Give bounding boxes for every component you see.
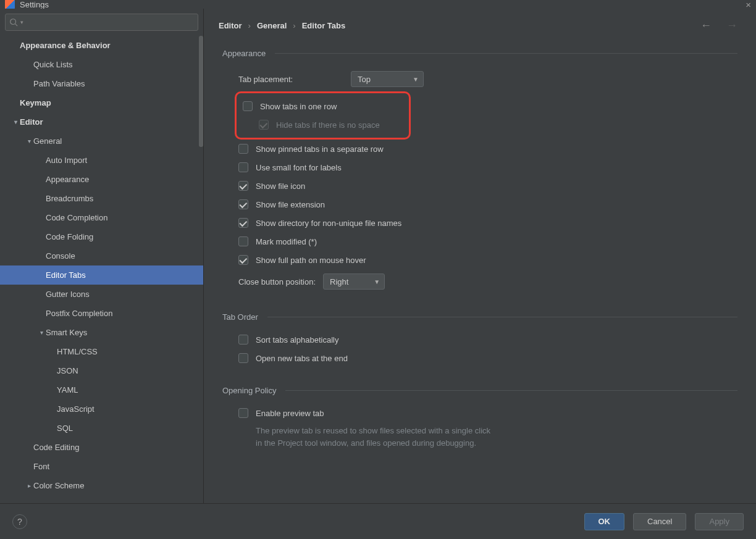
help-button[interactable]: ?	[12, 514, 27, 529]
tree-item-color-scheme[interactable]: ▸Color Scheme	[0, 476, 203, 495]
app-icon	[5, 0, 15, 9]
tree-item-general[interactable]: ▾General	[0, 132, 203, 151]
checkbox-show-full-path-hover[interactable]	[238, 255, 248, 265]
checkbox-show-pinned-separate[interactable]	[238, 144, 248, 154]
checkbox-show-directory-nonunique[interactable]	[238, 218, 248, 228]
tree-item-label: Editor	[20, 117, 43, 127]
cancel-button[interactable]: Cancel	[633, 513, 686, 530]
search-icon	[9, 18, 18, 27]
tree-item-code-folding[interactable]: Code Folding	[0, 227, 203, 246]
tree-item-console[interactable]: Console	[0, 246, 203, 265]
breadcrumb-item[interactable]: General	[257, 21, 287, 30]
tree-item-label: JavaScript	[57, 404, 94, 414]
sidebar: ▾ Appearance & BehaviorQuick ListsPath V…	[0, 9, 204, 503]
tree-item-font[interactable]: Font	[0, 457, 203, 476]
tree-item-label: Auto Import	[46, 156, 87, 165]
chevron-right-icon: ›	[248, 21, 251, 30]
tree-item-html-css[interactable]: HTML/CSS	[0, 342, 203, 361]
tree-item-auto-import[interactable]: Auto Import	[0, 151, 203, 170]
tab-placement-select[interactable]: Top	[351, 71, 424, 87]
back-button[interactable]: ←	[697, 19, 715, 32]
tree-item-label: JSON	[57, 366, 78, 375]
breadcrumb: Editor › General › Editor Tabs	[219, 21, 345, 30]
close-button-position-select[interactable]: Right	[323, 274, 385, 290]
section-opening-policy: Opening Policy	[222, 386, 737, 395]
checkbox-show-tabs-one-row[interactable]	[243, 101, 253, 111]
dialog-footer: ? OK Cancel Apply	[0, 503, 756, 539]
chevron-down-icon[interactable]: ▾	[11, 119, 20, 125]
settings-content: Appearance Tab placement: Top ▼ Show tab…	[204, 43, 756, 503]
svg-line-1	[15, 24, 18, 27]
tree-item-quick-lists[interactable]: Quick Lists	[0, 55, 203, 74]
titlebar: Settings ×	[0, 0, 756, 9]
tree-item-label: Path Variables	[33, 79, 85, 88]
tree-item-editor[interactable]: ▾Editor	[0, 112, 203, 132]
apply-button[interactable]: Apply	[695, 513, 744, 530]
checkbox-show-file-extension[interactable]	[238, 199, 248, 209]
tree-item-label: Quick Lists	[33, 60, 73, 69]
tree-item-label: YAML	[57, 385, 78, 395]
chevron-right-icon[interactable]: ▸	[25, 482, 33, 489]
preview-help-text: The preview tab is reused to show files …	[222, 422, 568, 449]
tree-item-label: Color Scheme	[33, 481, 84, 490]
checkbox-mark-modified[interactable]	[238, 236, 248, 246]
tree-item-label: Smart Keys	[46, 328, 87, 337]
tree-item-label: Code Folding	[46, 232, 93, 241]
tab-placement-label: Tab placement:	[238, 75, 343, 84]
tree-item-label: HTML/CSS	[57, 347, 98, 356]
tree-item-yaml[interactable]: YAML	[0, 380, 203, 399]
window-title: Settings	[20, 0, 49, 9]
scrollbar[interactable]	[199, 36, 203, 147]
tree-item-label: Keymap	[20, 98, 51, 107]
tree-item-path-variables[interactable]: Path Variables	[0, 74, 203, 93]
checkbox-enable-preview[interactable]	[238, 408, 248, 418]
chevron-down-icon[interactable]: ▾	[37, 329, 46, 336]
tree-item-editor-tabs[interactable]: Editor Tabs	[0, 265, 203, 285]
tree-item-label: Postfix Completion	[46, 309, 112, 318]
tree-item-keymap[interactable]: Keymap	[0, 93, 203, 112]
section-appearance: Appearance	[222, 49, 737, 58]
tree-item-appearance-behavior[interactable]: Appearance & Behavior	[0, 36, 203, 55]
section-tab-order: Tab Order	[222, 312, 737, 322]
search-field[interactable]	[26, 18, 194, 27]
ok-button[interactable]: OK	[584, 513, 625, 530]
tree-item-gutter-icons[interactable]: Gutter Icons	[0, 285, 203, 304]
tree-item-sql[interactable]: SQL	[0, 419, 203, 438]
forward-button: →	[723, 19, 741, 32]
search-input[interactable]: ▾	[5, 14, 198, 31]
checkbox-hide-tabs-no-space	[259, 120, 269, 130]
settings-tree: Appearance & BehaviorQuick ListsPath Var…	[0, 36, 203, 503]
breadcrumb-item[interactable]: Editor	[219, 21, 242, 30]
tree-item-label: Console	[46, 251, 75, 261]
tree-item-breadcrumbs[interactable]: Breadcrumbs	[0, 189, 203, 208]
tree-item-json[interactable]: JSON	[0, 361, 203, 380]
checkbox-open-new-end[interactable]	[238, 353, 248, 363]
checkbox-sort-alpha[interactable]	[238, 335, 248, 345]
tree-item-label: Font	[33, 462, 49, 471]
tree-item-label: Code Completion	[46, 213, 107, 222]
breadcrumb-bar: Editor › General › Editor Tabs ← →	[204, 9, 756, 43]
checkbox-use-small-font[interactable]	[238, 162, 248, 172]
highlight-box: Show tabs in one row Hide tabs if there …	[235, 91, 411, 140]
tree-item-code-completion[interactable]: Code Completion	[0, 208, 203, 227]
tree-item-label: Appearance	[46, 175, 89, 184]
tree-item-code-editing[interactable]: Code Editing	[0, 438, 203, 457]
tree-item-smart-keys[interactable]: ▾Smart Keys	[0, 323, 203, 342]
tree-item-postfix-completion[interactable]: Postfix Completion	[0, 304, 203, 323]
tree-item-label: SQL	[57, 424, 73, 433]
tree-item-label: Breadcrumbs	[46, 194, 93, 203]
close-button-position-label: Close button position:	[238, 277, 316, 286]
chevron-right-icon: ›	[293, 21, 295, 30]
tree-item-label: Gutter Icons	[46, 290, 90, 299]
tree-item-label: Editor Tabs	[46, 270, 86, 280]
tree-item-label: Code Editing	[33, 443, 79, 452]
tree-item-label: Appearance & Behavior	[20, 41, 111, 50]
checkbox-show-file-icon[interactable]	[238, 181, 248, 191]
svg-point-0	[10, 19, 16, 25]
tree-item-label: General	[33, 136, 62, 146]
tree-item-appearance[interactable]: Appearance	[0, 170, 203, 189]
breadcrumb-item: Editor Tabs	[302, 21, 346, 30]
chevron-down-icon[interactable]: ▾	[25, 138, 33, 144]
tree-item-javascript[interactable]: JavaScript	[0, 399, 203, 419]
chevron-down-icon: ▾	[20, 19, 23, 25]
